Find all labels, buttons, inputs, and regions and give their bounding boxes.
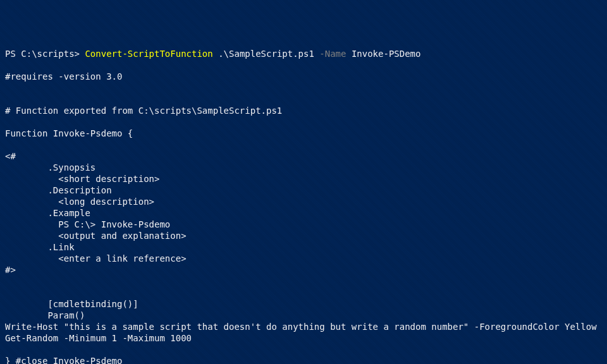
output-line: .Example xyxy=(5,207,602,219)
prompt-prefix: PS C:\scripts> xyxy=(5,49,85,59)
output-line xyxy=(5,59,602,71)
output-line xyxy=(5,116,602,128)
output-line: Function Invoke-Psdemo { xyxy=(5,128,602,139)
output-line: Get-Random -Minimum 1 -Maximum 1000 xyxy=(5,332,602,344)
output-line xyxy=(5,276,602,287)
output-line xyxy=(5,94,602,105)
output-line: .Link xyxy=(5,241,602,253)
output-line: .Description xyxy=(5,185,602,196)
output-line xyxy=(5,344,602,355)
script-path-arg: .\SampleScript.ps1 xyxy=(213,49,320,59)
output-line: <long description> xyxy=(5,196,602,207)
output-line: <# xyxy=(5,150,602,162)
output-line: <enter a link reference> xyxy=(5,253,602,264)
output-line: <output and explanation> xyxy=(5,230,602,241)
output-line: .Synopsis xyxy=(5,162,602,173)
output-line: [cmdletbinding()] xyxy=(5,298,602,310)
name-value-arg: Invoke-PSDemo xyxy=(346,49,420,59)
cmdlet-name: Convert-ScriptToFunction xyxy=(85,49,212,59)
output-line: <short description> xyxy=(5,173,602,185)
powershell-terminal[interactable]: PS C:\scripts> Convert-ScriptToFunction … xyxy=(5,48,602,364)
output-line xyxy=(5,287,602,298)
output-line xyxy=(5,139,602,150)
output-line xyxy=(5,82,602,94)
output-line: } #close Invoke-Psdemo xyxy=(5,355,602,364)
output-line: #requires -version 3.0 xyxy=(5,71,602,82)
output-line: Write-Host "this is a sample script that… xyxy=(5,321,602,332)
output-line: PS C:\> Invoke-Psdemo xyxy=(5,219,602,230)
name-parameter: -Name xyxy=(319,49,346,59)
output-line: Param() xyxy=(5,310,602,321)
output-line: # Function exported from C:\scripts\Samp… xyxy=(5,105,602,116)
output-line: #> xyxy=(5,264,602,276)
command-line: PS C:\scripts> Convert-ScriptToFunction … xyxy=(5,48,602,59)
